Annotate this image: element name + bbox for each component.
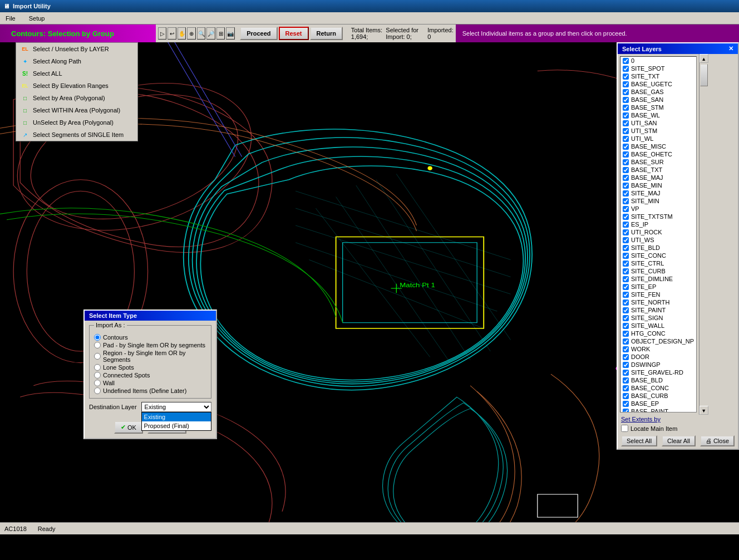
menu-file[interactable]: File [2,14,19,23]
layer-item[interactable]: SITE_CTRL [620,259,696,267]
layer-checkbox[interactable] [623,175,629,181]
layer-checkbox[interactable] [623,401,629,407]
layer-checkbox[interactable] [623,206,629,212]
layer-item[interactable]: SITE_CURB [620,267,696,275]
layer-checkbox[interactable] [623,214,629,220]
layer-item[interactable]: BASE_TXT [620,166,696,174]
layer-item[interactable]: BASE_MIN [620,181,696,189]
layer-checkbox[interactable] [623,183,629,189]
layers-scrollbar[interactable]: ▲ ▼ [699,54,708,415]
layer-checkbox[interactable] [623,237,629,243]
layer-item[interactable]: UTI_WS [620,236,696,244]
ok-button[interactable]: ✔ OK [114,421,143,434]
layer-checkbox[interactable] [623,354,629,360]
select-all-button[interactable]: Select All [621,435,657,446]
menu-select-within-area[interactable]: □ Select WITHIN Area (Polygonal) [16,104,137,116]
layer-item[interactable]: WORK [620,345,696,353]
zoom-extents-icon[interactable]: ⊞ [216,27,225,40]
layer-checkbox[interactable] [623,331,629,337]
layer-checkbox[interactable] [623,409,629,413]
zoom-window-icon[interactable]: ⊕ [187,27,195,40]
layer-checkbox[interactable] [623,159,629,165]
layer-item[interactable]: SITE_NORTH [620,298,696,306]
layer-checkbox[interactable] [623,323,629,329]
scroll-down-btn[interactable]: ▼ [699,406,708,415]
radio-contours[interactable]: Contours [94,333,206,341]
dropdown-existing[interactable]: Existing [142,412,211,421]
layer-item[interactable]: SITE_TXT [620,72,696,80]
radio-lone-spots[interactable]: Lone Spots [94,363,206,371]
layer-checkbox[interactable] [623,97,629,103]
layer-item[interactable]: UTI_SAN [620,119,696,127]
locate-main-checkbox[interactable] [621,425,628,432]
layer-item[interactable]: BASE_SAN [620,96,696,104]
layer-item[interactable]: SITE_DIMLINE [620,275,696,283]
radio-undefined[interactable]: Undefined Items (Define Later) [94,387,206,395]
layer-checkbox[interactable] [623,299,629,306]
layer-checkbox[interactable] [623,229,629,235]
layer-item[interactable]: SITE_FEN [620,291,696,298]
layer-item[interactable]: ES_IP [620,220,696,228]
layers-list[interactable]: 0SITE_SPOTSITE_TXTBASE_UGETCBASE_GASBASE… [620,56,697,412]
layer-item[interactable]: BASE_PAINT [620,407,696,412]
reset-button[interactable]: Reset [279,27,309,40]
layer-checkbox[interactable] [623,307,629,313]
layer-checkbox[interactable] [623,245,629,251]
layer-item[interactable]: BASE_MISC [620,143,696,150]
layer-item[interactable]: UTI_WL [620,135,696,143]
layer-item[interactable]: BASE_OHETC [620,150,696,158]
layer-item[interactable]: SITE_MAJ [620,189,696,197]
layer-checkbox[interactable] [623,362,629,368]
layer-checkbox[interactable] [623,377,629,384]
layer-item[interactable]: BASE_BLD [620,376,696,384]
layer-checkbox[interactable] [623,315,629,321]
layer-checkbox[interactable] [623,73,629,80]
layer-checkbox[interactable] [623,136,629,142]
layer-item[interactable]: SITE_TXTSTM [620,213,696,220]
layer-item[interactable]: BASE_STM [620,104,696,111]
layer-item[interactable]: BASE_MAJ [620,174,696,181]
menu-select-all[interactable]: S! Select ALL [16,67,137,80]
layer-item[interactable]: SITE_BLD [620,244,696,252]
layer-item[interactable]: SITE_SPOT [620,65,696,72]
dest-layer-select[interactable]: Existing Proposed (Final) [141,402,211,412]
layer-item[interactable]: BASE_EP [620,400,696,407]
dropdown-proposed[interactable]: Proposed (Final) [142,421,211,430]
scroll-up-btn[interactable]: ▲ [699,54,708,63]
layer-checkbox[interactable] [623,346,629,352]
proceed-button[interactable]: Proceed [240,27,277,40]
layer-checkbox[interactable] [623,120,629,126]
zoom-out-icon[interactable]: 🔎 [206,27,215,40]
menu-select-area-poly[interactable]: □ Select by Area (Polygonal) [16,92,137,104]
layer-item[interactable]: SITE_PAINT [620,306,696,314]
layer-item[interactable]: SITE_CONC [620,252,696,259]
layers-close-icon[interactable]: ✕ [728,45,733,52]
layer-item[interactable]: OBJECT_DESIGN_NP [620,337,696,345]
menu-select-segments[interactable]: ↗ Select Segments of SINGLE Item [16,129,137,141]
layer-checkbox[interactable] [623,190,629,197]
layers-set-extents[interactable]: Set Extents by [618,415,738,424]
select-icon[interactable]: ▷ [158,27,166,40]
dest-dropdown[interactable]: Existing Proposed (Final) [141,412,211,431]
layer-item[interactable]: HTG_CONC [620,330,696,337]
layer-item[interactable]: SITE_SIGN [620,314,696,322]
hand-icon[interactable]: ✋ [178,27,186,40]
layer-item[interactable]: SITE_EP [620,283,696,291]
dialog-title-bar[interactable]: Select Item Type [85,311,216,321]
menu-select-elevation[interactable]: EL Select By Elevation Ranges [16,80,137,92]
layer-checkbox[interactable] [623,167,629,173]
close-button[interactable]: 🖨 Close [700,435,735,446]
layer-checkbox[interactable] [623,112,629,119]
menu-select-unselect-layer[interactable]: EL Select / Unselect By LAYER [16,43,137,55]
layer-checkbox[interactable] [623,370,629,376]
layer-item[interactable]: BASE_UGETC [620,80,696,88]
layer-checkbox[interactable] [623,198,629,204]
layer-checkbox[interactable] [623,58,629,64]
layer-item[interactable]: VP [620,205,696,213]
layer-item[interactable]: BASE_CONC [620,384,696,392]
layer-checkbox[interactable] [623,284,629,290]
return-button[interactable]: Return [310,27,343,40]
radio-wall[interactable]: Wall [94,379,206,387]
layer-item[interactable]: SITE_GRAVEL-RD [620,369,696,376]
layer-checkbox[interactable] [623,105,629,111]
